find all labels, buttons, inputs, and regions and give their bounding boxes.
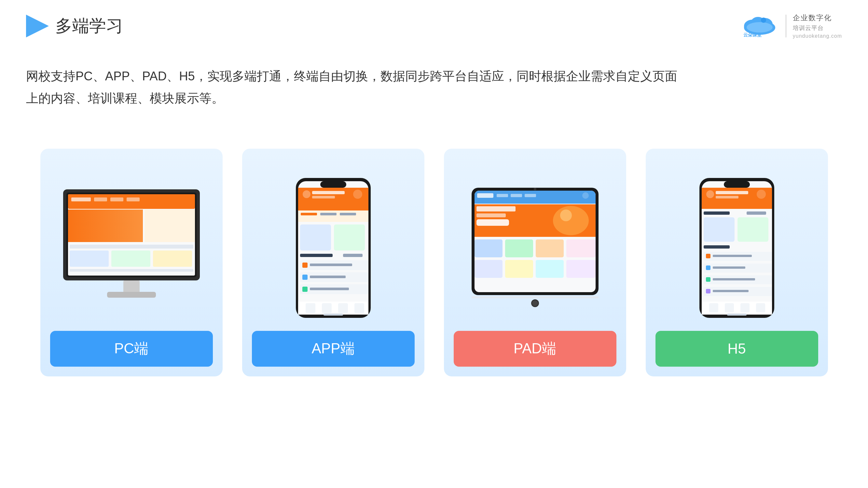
svg-rect-110 bbox=[709, 303, 718, 312]
svg-rect-93 bbox=[747, 212, 766, 215]
svg-rect-52 bbox=[306, 303, 315, 313]
svg-rect-104 bbox=[706, 277, 711, 282]
cards-container: PC端 bbox=[0, 110, 868, 377]
tablet-pad-icon bbox=[470, 186, 600, 310]
card-pad: PAD端 bbox=[444, 149, 626, 377]
svg-rect-20 bbox=[70, 251, 109, 267]
svg-rect-37 bbox=[340, 213, 356, 215]
svg-rect-49 bbox=[302, 287, 308, 292]
svg-rect-50 bbox=[310, 288, 349, 290]
svg-rect-98 bbox=[706, 254, 711, 258]
svg-point-6 bbox=[761, 18, 766, 23]
svg-rect-18 bbox=[145, 209, 195, 242]
h5-device bbox=[655, 165, 818, 331]
svg-rect-99 bbox=[713, 255, 752, 257]
svg-rect-80 bbox=[566, 260, 596, 278]
play-icon bbox=[26, 14, 49, 37]
svg-rect-78 bbox=[505, 260, 533, 278]
svg-rect-95 bbox=[738, 217, 768, 242]
brand-tagline2: 培训云平台 bbox=[793, 24, 842, 32]
svg-point-5 bbox=[747, 22, 773, 33]
svg-rect-64 bbox=[510, 194, 522, 197]
svg-rect-12 bbox=[71, 197, 91, 201]
svg-rect-81 bbox=[472, 296, 598, 298]
svg-rect-47 bbox=[310, 275, 346, 278]
svg-rect-24 bbox=[123, 281, 140, 293]
svg-rect-113 bbox=[756, 303, 765, 312]
logo-left: 多端学习 bbox=[26, 14, 123, 37]
svg-rect-21 bbox=[111, 251, 150, 267]
cloud-logo-icon: 云朵课堂 bbox=[740, 13, 779, 39]
page-title: 多端学习 bbox=[55, 14, 123, 37]
monitor-icon bbox=[57, 186, 206, 310]
svg-point-91 bbox=[757, 190, 766, 199]
svg-point-72 bbox=[560, 209, 572, 221]
svg-rect-68 bbox=[476, 206, 516, 212]
svg-rect-38 bbox=[300, 225, 331, 251]
svg-rect-112 bbox=[740, 303, 749, 312]
svg-rect-62 bbox=[477, 193, 493, 198]
svg-rect-55 bbox=[354, 303, 364, 313]
svg-rect-32 bbox=[312, 196, 335, 198]
svg-point-66 bbox=[582, 192, 589, 199]
svg-rect-19 bbox=[70, 245, 193, 249]
svg-rect-36 bbox=[320, 213, 337, 215]
svg-rect-65 bbox=[525, 194, 536, 197]
svg-rect-28 bbox=[320, 181, 346, 188]
svg-point-71 bbox=[553, 206, 589, 235]
svg-rect-74 bbox=[505, 239, 533, 257]
svg-rect-114 bbox=[727, 314, 747, 316]
pc-label: PC端 bbox=[50, 331, 213, 367]
svg-rect-70 bbox=[476, 219, 509, 226]
svg-text:云朵课堂: 云朵课堂 bbox=[743, 32, 762, 37]
svg-rect-40 bbox=[300, 254, 333, 257]
svg-point-33 bbox=[353, 190, 362, 199]
phone-h5-icon bbox=[698, 176, 776, 320]
svg-rect-77 bbox=[474, 260, 502, 278]
svg-rect-14 bbox=[110, 197, 123, 201]
pad-label: PAD端 bbox=[454, 331, 616, 367]
phone-app-icon bbox=[294, 176, 372, 320]
svg-rect-108 bbox=[713, 290, 749, 292]
card-pc: PC端 bbox=[40, 149, 223, 377]
svg-rect-105 bbox=[713, 278, 755, 281]
svg-point-83 bbox=[532, 300, 538, 306]
pc-device bbox=[50, 165, 213, 331]
card-app: APP端 bbox=[242, 149, 425, 377]
svg-rect-46 bbox=[302, 274, 308, 280]
svg-rect-44 bbox=[310, 263, 352, 266]
svg-rect-79 bbox=[536, 260, 564, 278]
description-line2: 上的内容、培训课程、模块展示等。 bbox=[26, 87, 755, 109]
svg-rect-54 bbox=[338, 303, 348, 313]
svg-point-88 bbox=[706, 190, 714, 198]
svg-rect-101 bbox=[706, 265, 711, 270]
svg-point-59 bbox=[534, 188, 536, 190]
svg-rect-96 bbox=[704, 245, 730, 249]
svg-rect-92 bbox=[704, 212, 730, 215]
brand-url: yunduoketang.com bbox=[793, 33, 842, 39]
svg-rect-41 bbox=[343, 254, 363, 257]
svg-rect-35 bbox=[301, 213, 317, 215]
svg-rect-43 bbox=[302, 263, 308, 268]
svg-rect-53 bbox=[322, 303, 332, 313]
svg-rect-107 bbox=[706, 289, 711, 293]
h5-label: H5 bbox=[655, 331, 818, 367]
app-label: APP端 bbox=[252, 331, 415, 367]
svg-rect-76 bbox=[566, 239, 596, 257]
description-line1: 网校支持PC、APP、PAD、H5，实现多端打通，终端自由切换，数据同步跨平台自… bbox=[26, 65, 755, 87]
svg-rect-31 bbox=[312, 191, 345, 194]
svg-rect-39 bbox=[334, 225, 365, 251]
logo-right: 云朵课堂 企业数字化 培训云平台 yunduoketang.com bbox=[740, 13, 842, 39]
svg-rect-69 bbox=[476, 214, 506, 217]
svg-point-30 bbox=[303, 190, 310, 198]
card-h5: H5 bbox=[646, 149, 828, 377]
svg-rect-23 bbox=[70, 269, 193, 272]
svg-rect-86 bbox=[724, 181, 750, 188]
svg-rect-111 bbox=[725, 303, 734, 312]
svg-rect-11 bbox=[68, 194, 195, 209]
svg-rect-102 bbox=[713, 266, 745, 269]
svg-rect-73 bbox=[474, 239, 502, 257]
header: 多端学习 云朵课堂 企业数字化 培训云平台 yunduoketang.com bbox=[0, 0, 868, 39]
svg-rect-56 bbox=[323, 314, 343, 316]
svg-rect-25 bbox=[107, 292, 156, 298]
